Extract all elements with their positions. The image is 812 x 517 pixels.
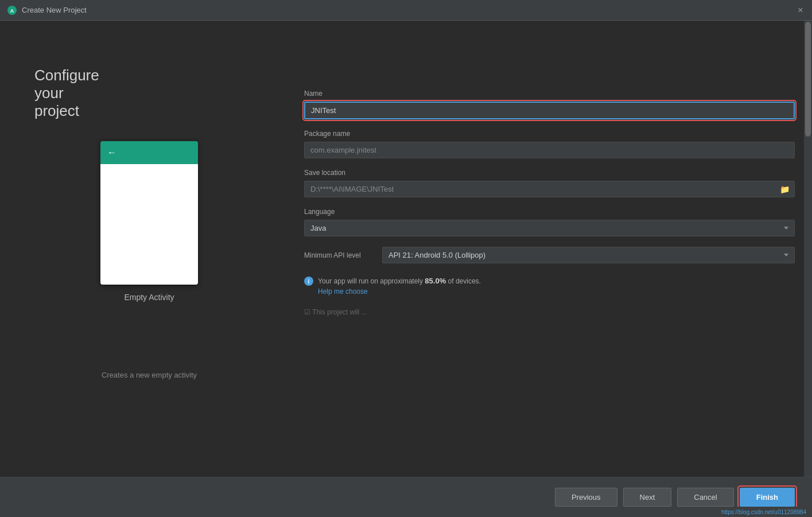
- package-name-label: Package name: [304, 130, 795, 138]
- package-name-value: com.example.jnitest: [304, 142, 795, 158]
- language-field-group: Language Java Kotlin: [304, 208, 795, 236]
- language-label: Language: [304, 208, 795, 216]
- previous-button[interactable]: Previous: [555, 488, 617, 507]
- api-level-row: Minimum API level API 21: Android 5.0 (L…: [304, 247, 795, 263]
- svg-text:A: A: [10, 8, 14, 14]
- title-bar: A Create New Project ×: [0, 0, 812, 21]
- folder-icon[interactable]: 📁: [775, 185, 794, 194]
- language-select[interactable]: Java Kotlin: [304, 220, 795, 236]
- right-panel: Name Package name com.example.jnitest Sa…: [281, 38, 795, 465]
- min-api-label: Minimum API level: [304, 251, 373, 259]
- save-location-field-group: Save location 📁: [304, 169, 795, 197]
- name-input-wrapper: [304, 102, 795, 119]
- phone-body: [100, 164, 198, 285]
- finish-button[interactable]: Finish: [740, 488, 795, 507]
- api-info-text: Your app will run on approximately 85.0%…: [318, 276, 481, 296]
- info-percentage: 85.0%: [425, 277, 446, 285]
- scrollbar[interactable]: [804, 21, 812, 477]
- next-button[interactable]: Next: [623, 488, 672, 507]
- api-info-row: i Your app will run on approximately 85.…: [304, 276, 795, 296]
- min-api-select[interactable]: API 21: Android 5.0 (Lollipop) API 22: A…: [382, 247, 795, 263]
- app-icon: A: [7, 5, 17, 15]
- status-link[interactable]: https://blog.csdn.net/u011208984: [721, 509, 806, 515]
- title-bar-left: A Create New Project: [7, 5, 87, 15]
- phone-preview: ←: [100, 141, 198, 285]
- package-name-field-group: Package name com.example.jnitest: [304, 130, 795, 158]
- save-location-input-wrapper: 📁: [304, 181, 795, 197]
- back-arrow-icon: ←: [107, 147, 116, 158]
- help-me-choose-link[interactable]: Help me choose: [318, 287, 481, 296]
- info-text-suffix: of devices.: [446, 277, 481, 285]
- info-text-prefix: Your app will run on approximately: [318, 277, 425, 285]
- info-icon: i: [304, 277, 313, 286]
- status-bar: https://blog.csdn.net/u011208984: [0, 507, 812, 517]
- activity-description: Creates a new empty activity: [102, 371, 197, 379]
- save-location-label: Save location: [304, 169, 795, 177]
- close-button[interactable]: ×: [796, 6, 805, 15]
- cancel-button[interactable]: Cancel: [677, 488, 733, 507]
- dialog-content: Configure your project ← Empty Activity …: [0, 21, 812, 517]
- scrollbar-thumb: [805, 22, 811, 137]
- activity-label: Empty Activity: [124, 293, 174, 302]
- name-field-group: Name: [304, 90, 795, 119]
- truncated-row: ☑ This project will ...: [304, 308, 795, 316]
- phone-header: ←: [100, 141, 198, 164]
- name-input[interactable]: [304, 102, 795, 119]
- dialog-body: Configure your project ← Empty Activity …: [0, 21, 812, 477]
- name-label: Name: [304, 90, 795, 98]
- page-title: Configure your project: [34, 67, 99, 120]
- save-location-input[interactable]: [305, 181, 775, 197]
- window-title: Create New Project: [22, 6, 87, 14]
